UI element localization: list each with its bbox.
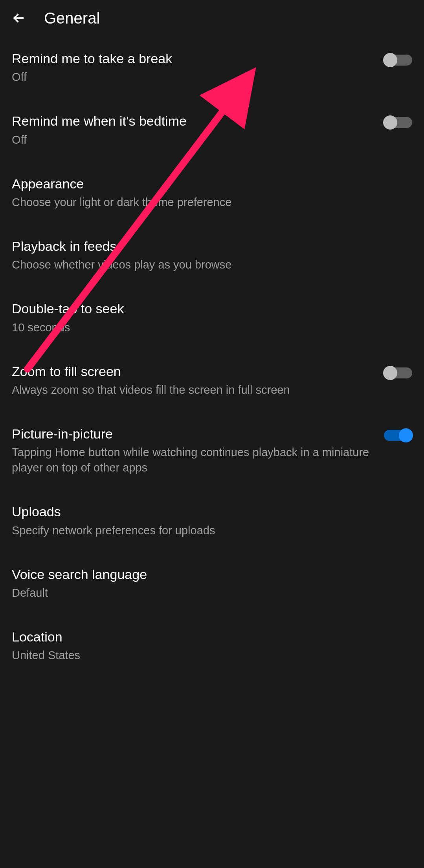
setting-voice-search-language[interactable]: Voice search language Default <box>12 552 412 614</box>
setting-subtitle: Default <box>12 585 400 601</box>
setting-text: Picture-in-picture Tapping Home button w… <box>12 425 384 475</box>
setting-title: Remind me when it's bedtime <box>12 112 372 130</box>
setting-title: Location <box>12 628 400 645</box>
setting-text: Remind me to take a break Off <box>12 50 384 85</box>
setting-subtitle: Off <box>12 69 372 85</box>
setting-text: Double-tap to seek 10 seconds <box>12 300 412 335</box>
setting-text: Voice search language Default <box>12 566 412 601</box>
setting-double-tap-seek[interactable]: Double-tap to seek 10 seconds <box>12 286 412 349</box>
setting-text: Location United States <box>12 628 412 663</box>
setting-title: Picture-in-picture <box>12 425 372 442</box>
settings-list: Remind me to take a break Off Remind me … <box>0 36 424 677</box>
header: General <box>0 0 424 36</box>
setting-text: Uploads Specify network preferences for … <box>12 503 412 538</box>
setting-title: Voice search language <box>12 566 400 583</box>
setting-title: Double-tap to seek <box>12 300 400 317</box>
setting-text: Appearance Choose your light or dark the… <box>12 175 412 210</box>
setting-playback-feeds[interactable]: Playback in feeds Choose whether videos … <box>12 224 412 286</box>
setting-subtitle: Tapping Home button while watching conti… <box>12 445 372 475</box>
setting-text: Playback in feeds Choose whether videos … <box>12 238 412 272</box>
setting-title: Remind me to take a break <box>12 50 372 67</box>
setting-uploads[interactable]: Uploads Specify network preferences for … <box>12 489 412 552</box>
setting-remind-break[interactable]: Remind me to take a break Off <box>12 36 412 99</box>
back-arrow-icon <box>12 11 26 25</box>
setting-subtitle: Specify network preferences for uploads <box>12 523 400 538</box>
setting-picture-in-picture[interactable]: Picture-in-picture Tapping Home button w… <box>12 411 412 489</box>
toggle-knob <box>383 366 397 380</box>
setting-title: Appearance <box>12 175 400 192</box>
toggle-remind-bedtime[interactable] <box>384 117 412 128</box>
setting-subtitle: Choose your light or dark theme preferen… <box>12 195 400 210</box>
setting-appearance[interactable]: Appearance Choose your light or dark the… <box>12 161 412 224</box>
toggle-picture-in-picture[interactable] <box>384 430 412 441</box>
setting-title: Playback in feeds <box>12 238 400 255</box>
setting-subtitle: Always zoom so that videos fill the scre… <box>12 382 372 398</box>
setting-title: Zoom to fill screen <box>12 363 372 380</box>
back-button[interactable] <box>9 9 28 27</box>
setting-subtitle: Choose whether videos play as you browse <box>12 257 400 272</box>
setting-subtitle: 10 seconds <box>12 320 400 335</box>
setting-subtitle: Off <box>12 132 372 148</box>
setting-text: Zoom to fill screen Always zoom so that … <box>12 363 384 398</box>
setting-title: Uploads <box>12 503 400 520</box>
toggle-knob <box>383 115 397 130</box>
setting-location[interactable]: Location United States <box>12 614 412 677</box>
toggle-remind-break[interactable] <box>384 55 412 66</box>
toggle-knob <box>383 53 397 67</box>
toggle-knob <box>399 428 413 442</box>
setting-subtitle: United States <box>12 648 400 663</box>
setting-remind-bedtime[interactable]: Remind me when it's bedtime Off <box>12 99 412 161</box>
toggle-zoom-fill[interactable] <box>384 367 412 378</box>
setting-text: Remind me when it's bedtime Off <box>12 112 384 147</box>
page-title: General <box>44 9 100 27</box>
setting-zoom-fill[interactable]: Zoom to fill screen Always zoom so that … <box>12 349 412 411</box>
